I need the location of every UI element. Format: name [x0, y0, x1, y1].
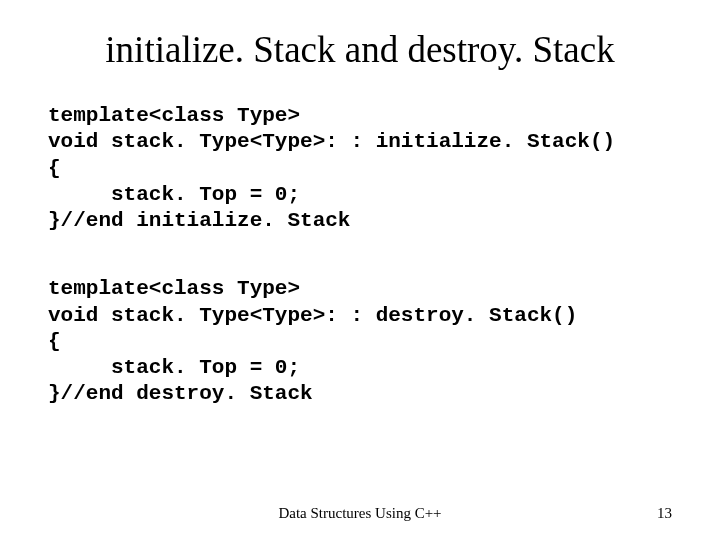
code-block-destroy: template<class Type> void stack. Type<Ty…	[48, 276, 672, 407]
footer-label: Data Structures Using C++	[278, 505, 441, 522]
page-title: initialize. Stack and destroy. Stack	[48, 28, 672, 71]
page-number: 13	[657, 505, 672, 522]
code-block-initialize: template<class Type> void stack. Type<Ty…	[48, 103, 672, 234]
slide: initialize. Stack and destroy. Stack tem…	[0, 0, 720, 540]
footer: Data Structures Using C++ 13	[0, 505, 720, 522]
